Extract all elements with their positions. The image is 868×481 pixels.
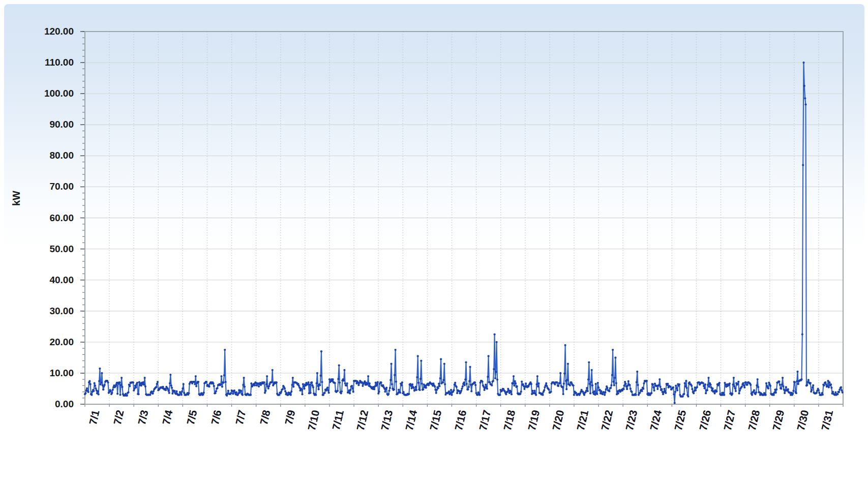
y-tick-label: 20.00 xyxy=(13,337,74,348)
y-tick-label: 100.00 xyxy=(13,88,74,99)
y-tick-label: 110.00 xyxy=(13,57,74,68)
y-tick-label: 0.00 xyxy=(13,399,74,410)
page-background: { "page": { "title": "", "panel": { "gra… xyxy=(0,0,868,481)
y-tick-label: 120.00 xyxy=(13,26,74,37)
y-tick-label: 10.00 xyxy=(13,368,74,379)
y-tick-label: 70.00 xyxy=(13,181,74,192)
y-tick-label: 30.00 xyxy=(13,306,74,317)
y-tick-label: 90.00 xyxy=(13,119,74,130)
y-tick-label: 60.00 xyxy=(13,213,74,224)
chart-panel xyxy=(4,4,864,478)
y-tick-label: 50.00 xyxy=(13,244,74,255)
y-tick-label: 80.00 xyxy=(13,150,74,161)
y-tick-label: 40.00 xyxy=(13,275,74,286)
